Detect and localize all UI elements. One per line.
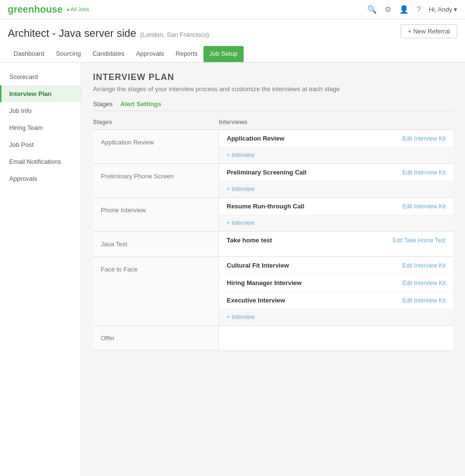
tab-alert-settings[interactable]: Alert Settings <box>120 100 161 108</box>
page-subtitle: Arrange the stages of your interview pro… <box>93 85 453 93</box>
stage-label-5: Offer <box>93 326 219 350</box>
job-title-bar: Architect - Java server side (London, Sa… <box>0 19 465 63</box>
stage-label-2: Phone Interview <box>93 198 219 231</box>
stage-row: Java TestTake home testEdit Take Home Te… <box>93 231 453 256</box>
nav-reports[interactable]: Reports <box>170 46 204 62</box>
edit-kit-link[interactable]: Edit Interview Kit <box>403 262 446 269</box>
add-interview-link[interactable]: + interview <box>227 314 255 320</box>
add-interview-row: + interview <box>219 309 453 325</box>
main-layout: Scorecard Interview Plan Job Info Hiring… <box>0 63 465 476</box>
interview-name: Application Review <box>227 135 284 142</box>
stage-row: Preliminary Phone ScreenPreliminary Scre… <box>93 163 453 197</box>
interview-name: Resume Run-through Call <box>227 203 304 210</box>
add-interview-link[interactable]: + interview <box>227 186 255 192</box>
sidebar-item-approvals[interactable]: Approvals <box>0 170 81 187</box>
job-title-text: Architect - Java server side <box>8 27 136 40</box>
top-nav-icons: 🔍 ⚙ 👤 ? Hi, Andy ▾ <box>367 5 457 14</box>
help-icon[interactable]: ? <box>417 5 421 14</box>
stages-container: Application ReviewApplication ReviewEdit… <box>93 129 453 351</box>
stage-interviews-4: Cultural Fit InterviewEdit Interview Kit… <box>219 257 453 325</box>
edit-kit-link[interactable]: Edit Interview Kit <box>403 203 446 210</box>
edit-kit-link[interactable]: Edit Interview Kit <box>403 280 446 286</box>
page-title: INTERVIEW PLAN <box>93 72 453 82</box>
interview-item: Cultural Fit InterviewEdit Interview Kit <box>219 257 453 274</box>
stage-interviews-0: Application ReviewEdit Interview Kit+ in… <box>219 130 453 163</box>
nav-job-setup[interactable]: Job Setup <box>203 46 244 62</box>
sidebar-item-scorecard[interactable]: Scorecard <box>0 68 81 85</box>
interview-item: Application ReviewEdit Interview Kit <box>219 130 453 147</box>
tab-row: Stages Alert Settings <box>93 100 453 111</box>
interview-item: Preliminary Screening CallEdit Interview… <box>219 164 453 181</box>
sidebar: Scorecard Interview Plan Job Info Hiring… <box>0 63 81 476</box>
sidebar-item-interview-plan[interactable]: Interview Plan <box>0 85 81 102</box>
stage-label-0: Application Review <box>93 130 219 163</box>
add-interview-link[interactable]: + interview <box>227 220 255 226</box>
all-jobs-link[interactable]: ◂ All Jobs <box>66 6 89 13</box>
interview-item: Executive InterviewEdit Interview Kit <box>219 292 453 309</box>
gear-icon[interactable]: ⚙ <box>385 5 391 14</box>
add-interview-row: + interview <box>219 215 453 231</box>
stage-label-4: Face to Face <box>93 257 219 325</box>
stage-row: Phone InterviewResume Run-through CallEd… <box>93 197 453 231</box>
columns-header: Stages Interviews <box>93 119 453 127</box>
nav-dashboard[interactable]: Dashboard <box>8 46 50 62</box>
search-icon[interactable]: 🔍 <box>367 5 377 14</box>
stage-row: Application ReviewApplication ReviewEdit… <box>93 129 453 163</box>
person-icon[interactable]: 👤 <box>399 5 409 14</box>
stage-label-3: Java Test <box>93 232 219 256</box>
stage-label-1: Preliminary Phone Screen <box>93 164 219 197</box>
add-interview-row: + interview <box>219 147 453 163</box>
sidebar-item-job-post[interactable]: Job Post <box>0 136 81 153</box>
interview-item: Resume Run-through CallEdit Interview Ki… <box>219 198 453 215</box>
interview-item: Take home testEdit Take Home Test <box>219 232 453 249</box>
content-area: INTERVIEW PLAN Arrange the stages of you… <box>81 63 465 476</box>
sidebar-item-job-info[interactable]: Job Info <box>0 102 81 119</box>
stage-interviews-3: Take home testEdit Take Home Test <box>219 232 453 256</box>
stage-interviews-1: Preliminary Screening CallEdit Interview… <box>219 164 453 197</box>
nav-approvals[interactable]: Approvals <box>130 46 170 62</box>
logo: greenhouse <box>8 4 62 15</box>
edit-kit-link[interactable]: Edit Interview Kit <box>403 169 446 176</box>
tab-stages[interactable]: Stages <box>93 100 112 108</box>
new-referral-button[interactable]: + New Referral <box>401 24 457 38</box>
sidebar-item-hiring-team[interactable]: Hiring Team <box>0 119 81 136</box>
stage-row: Offer <box>93 325 453 351</box>
interview-name: Hiring Manager Interview <box>227 279 302 286</box>
add-interview-link[interactable]: + interview <box>227 152 255 159</box>
interview-name: Take home test <box>227 237 272 244</box>
nav-sourcing[interactable]: Sourcing <box>50 46 87 62</box>
interview-name: Preliminary Screening Call <box>227 169 307 176</box>
interview-name: Executive Interview <box>227 297 285 304</box>
edit-kit-link[interactable]: Edit Take Home Test <box>392 237 446 244</box>
edit-kit-link[interactable]: Edit Interview Kit <box>403 297 446 304</box>
job-title: Architect - Java server side (London, Sa… <box>8 27 209 40</box>
sidebar-item-email-notifications[interactable]: Email Notifications <box>0 153 81 170</box>
stage-interviews-2: Resume Run-through CallEdit Interview Ki… <box>219 198 453 231</box>
interview-item: Hiring Manager InterviewEdit Interview K… <box>219 274 453 292</box>
interview-name: Cultural Fit Interview <box>227 262 289 269</box>
user-greeting[interactable]: Hi, Andy ▾ <box>429 6 457 13</box>
stage-row: Face to FaceCultural Fit InterviewEdit I… <box>93 256 453 325</box>
edit-kit-link[interactable]: Edit Interview Kit <box>403 135 446 142</box>
add-interview-row: + interview <box>219 181 453 197</box>
nav-candidates[interactable]: Candidates <box>87 46 130 62</box>
top-nav: greenhouse ◂ All Jobs 🔍 ⚙ 👤 ? Hi, Andy ▾ <box>0 0 465 19</box>
job-title-location: (London, San Francisco) <box>140 31 209 38</box>
job-nav: Dashboard Sourcing Candidates Approvals … <box>8 46 457 62</box>
stage-interviews-5 <box>219 326 453 350</box>
col-header-interviews: Interviews <box>219 119 453 126</box>
col-header-stages: Stages <box>93 119 219 126</box>
